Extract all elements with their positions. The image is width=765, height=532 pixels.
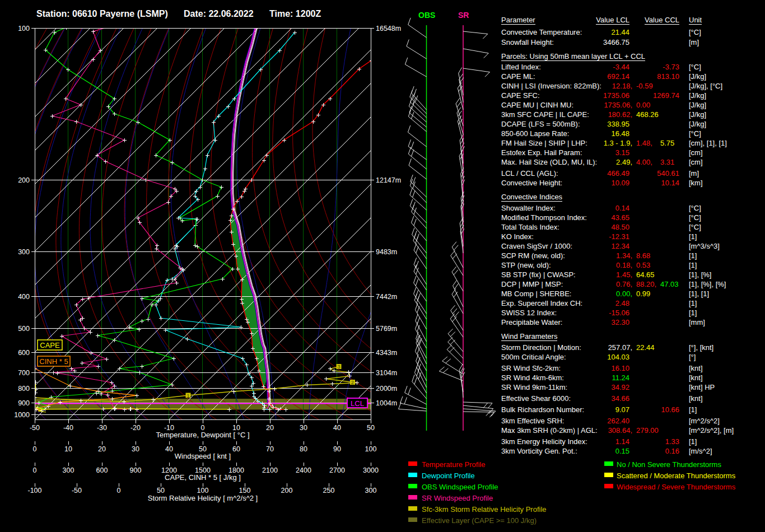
svg-text:LCL: LCL <box>351 399 364 408</box>
svg-text:Effective Layer (CAPE >= 100 J: Effective Layer (CAPE >= 100 J/kg) <box>422 516 537 525</box>
svg-text:0.00: 0.00 <box>636 101 650 109</box>
svg-text:466.49: 466.49 <box>607 169 629 178</box>
svg-text:200: 200 <box>18 176 30 184</box>
svg-text:34.92: 34.92 <box>611 383 629 391</box>
svg-text:Parameter: Parameter <box>501 16 535 24</box>
svg-text:600: 600 <box>96 466 108 474</box>
svg-text:40: 40 <box>165 445 173 453</box>
svg-text:2700: 2700 <box>329 466 345 474</box>
svg-text:800: 800 <box>18 385 30 393</box>
svg-text:3104m: 3104m <box>376 369 397 377</box>
svg-text:DCP | MMP | MSP:: DCP | MMP | MSP: <box>501 280 563 288</box>
svg-text:2400: 2400 <box>296 466 311 474</box>
svg-text:0: 0 <box>117 487 121 494</box>
svg-text:3km Energy Helicity Index:: 3km Energy Helicity Index: <box>501 437 587 446</box>
svg-text:MB Comp | SHERBE:: MB Comp | SHERBE: <box>501 290 571 298</box>
svg-text:[km]: [km] <box>689 179 703 187</box>
svg-text:Temperature, Dewpoint [ °C ]: Temperature, Dewpoint [ °C ] <box>156 431 249 439</box>
svg-text:4.00,: 4.00, <box>636 158 652 166</box>
svg-text:20: 20 <box>98 445 106 453</box>
svg-text:2100: 2100 <box>262 466 278 474</box>
svg-text:3466.75: 3466.75 <box>603 38 629 46</box>
svg-text:KO Index:: KO Index: <box>501 232 534 241</box>
svg-text:Value LCL: Value LCL <box>596 16 629 24</box>
svg-text:300: 300 <box>63 466 74 474</box>
svg-text:Time: 1200Z: Time: 1200Z <box>269 9 321 18</box>
svg-text:70: 70 <box>266 445 274 453</box>
svg-text:5.75: 5.75 <box>660 139 674 147</box>
svg-text:468.26: 468.26 <box>636 110 659 119</box>
svg-text:[1]: [1] <box>689 405 697 414</box>
svg-text:0.99: 0.99 <box>636 290 650 298</box>
svg-text:[cm]: [cm] <box>689 148 703 157</box>
svg-text:30: 30 <box>300 424 307 432</box>
svg-text:Craven SigSvr / 1000:: Craven SigSvr / 1000: <box>501 242 572 250</box>
svg-text:-3.44: -3.44 <box>613 63 629 71</box>
svg-text:-30: -30 <box>97 424 107 432</box>
svg-text:2.49,: 2.49, <box>616 158 632 166</box>
svg-text:Storm Direction | Motion:: Storm Direction | Motion: <box>501 343 581 352</box>
svg-text:16.10: 16.10 <box>611 364 629 372</box>
svg-text:[knt]: [knt] <box>689 374 703 382</box>
svg-text:[°C]: [°C] <box>689 204 701 212</box>
svg-text:30: 30 <box>132 445 139 453</box>
svg-text:400: 400 <box>18 293 30 301</box>
svg-text:813.10: 813.10 <box>657 72 679 81</box>
svg-text:[°], [knt]: [°], [knt] <box>689 343 713 352</box>
svg-text:[°C]: [°C] <box>689 129 701 138</box>
svg-text:-40: -40 <box>63 424 73 432</box>
svg-text:90: 90 <box>333 445 341 453</box>
svg-text:-3.73: -3.73 <box>663 63 679 71</box>
svg-text:-50: -50 <box>30 424 40 432</box>
svg-text:Estofex Exp. Hail Param:: Estofex Exp. Hail Param: <box>501 148 582 157</box>
svg-text:SCP RM (new, old):: SCP RM (new, old): <box>501 251 565 260</box>
svg-text:10.14: 10.14 <box>661 179 679 187</box>
svg-text:80: 80 <box>300 445 307 453</box>
svg-text:Effective Shear 6000:: Effective Shear 6000: <box>501 394 571 403</box>
svg-text:300: 300 <box>18 248 30 256</box>
svg-text:[1]: [1] <box>689 309 697 317</box>
svg-text:0: 0 <box>33 466 37 474</box>
svg-text:9483m: 9483m <box>376 248 397 256</box>
svg-text:Station: 06610 Payerne (LSMP): Station: 06610 Payerne (LSMP) <box>36 9 168 18</box>
svg-text:1.48,: 1.48, <box>636 139 652 147</box>
svg-text:Parcels: Using 50mB mean layer: Parcels: Using 50mB mean layer LCL + CCL <box>501 52 645 60</box>
svg-text:Wind Parameters: Wind Parameters <box>501 332 558 340</box>
svg-text:20: 20 <box>266 424 274 432</box>
svg-text:1004m: 1004m <box>376 399 397 407</box>
svg-text:3: 3 <box>337 363 340 370</box>
svg-text:1.45,: 1.45, <box>616 270 632 279</box>
svg-text:308.64,: 308.64, <box>608 426 632 435</box>
svg-text:CINH | LSI (Inversion: 822mB):: CINH | LSI (Inversion: 822mB): <box>501 82 601 90</box>
svg-text:338.95: 338.95 <box>607 120 629 128</box>
svg-text:-50: -50 <box>72 487 82 494</box>
svg-text:CAPE, CINH * 5 [ J/kg ]: CAPE, CINH * 5 [ J/kg ] <box>165 473 241 482</box>
svg-text:[1], [%], [%]: [1], [%], [%] <box>689 280 726 288</box>
svg-text:0: 0 <box>33 445 37 453</box>
svg-text:[J/kg]: [J/kg] <box>689 91 706 100</box>
svg-text:150: 150 <box>239 487 251 494</box>
svg-text:0.14: 0.14 <box>615 204 629 212</box>
svg-text:Max. Hail Size (OLD, MU, IL):: Max. Hail Size (OLD, MU, IL): <box>501 158 597 166</box>
svg-text:279.00: 279.00 <box>636 426 659 435</box>
svg-text:[°C]: [°C] <box>689 213 701 222</box>
svg-text:540.61: 540.61 <box>657 169 679 178</box>
svg-text:100: 100 <box>365 445 377 453</box>
svg-text:300: 300 <box>365 487 377 494</box>
svg-text:10.09: 10.09 <box>611 179 629 187</box>
svg-text:0.00,: 0.00, <box>616 290 632 298</box>
svg-text:[m]: [m] <box>689 169 699 178</box>
svg-text:[1]: [1] <box>689 299 697 307</box>
svg-text:CAPE MU | CINH MU:: CAPE MU | CINH MU: <box>501 101 573 109</box>
svg-text:0.15: 0.15 <box>615 447 629 455</box>
svg-text:SR Windspeed Profile: SR Windspeed Profile <box>422 494 493 502</box>
svg-text:STP (new, old):: STP (new, old): <box>501 261 551 269</box>
svg-text:250: 250 <box>323 487 335 494</box>
svg-text:500m Critical Angle:: 500m Critical Angle: <box>501 353 566 361</box>
svg-text:64.65: 64.65 <box>636 270 655 279</box>
svg-text:900: 900 <box>130 466 142 474</box>
svg-text:850-600 Lapse Rate:: 850-600 Lapse Rate: <box>501 129 569 138</box>
svg-text:[°C]: [°C] <box>689 63 701 71</box>
svg-text:Unit: Unit <box>689 16 702 24</box>
svg-text:1.14: 1.14 <box>615 437 629 446</box>
